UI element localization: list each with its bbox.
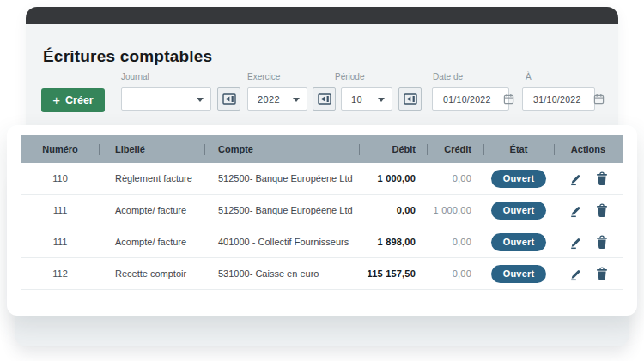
table-row: 111 Acompte/ facture 401000 - Collectif … xyxy=(21,226,623,258)
column-header-debit: Débit xyxy=(359,144,427,154)
cell-compte: 512500- Banque Européene Ltd xyxy=(204,173,359,184)
column-header-etat: État xyxy=(483,144,554,154)
cell-libelle: Règlement facture xyxy=(99,173,204,184)
cell-credit: 0,00 xyxy=(427,237,483,247)
delete-button[interactable] xyxy=(595,235,609,250)
trash-icon xyxy=(595,203,609,218)
cell-numero: 112 xyxy=(21,268,99,279)
trash-icon xyxy=(595,235,609,250)
cell-compte: 512500- Banque Européene Ltd xyxy=(204,205,359,215)
cell-libelle: Acompte/ facture xyxy=(99,237,204,247)
create-button[interactable]: + Créer xyxy=(41,88,105,112)
periode-select[interactable]: 10 xyxy=(341,87,392,111)
column-header-actions: Actions xyxy=(554,144,623,154)
exercice-lookup-button[interactable] xyxy=(313,87,336,111)
lookup-window-icon xyxy=(222,93,236,105)
cell-numero: 111 xyxy=(21,205,99,215)
date-from-field[interactable] xyxy=(432,87,509,111)
cell-debit: 1 000,00 xyxy=(359,173,427,184)
cell-debit: 1 898,00 xyxy=(359,237,427,247)
status-badge: Ouvert xyxy=(491,265,547,283)
edit-button[interactable] xyxy=(568,171,583,186)
cell-credit: 0,00 xyxy=(427,173,483,184)
date-to-input[interactable] xyxy=(533,94,586,105)
journal-label: Journal xyxy=(121,72,149,81)
cell-debit: 0,00 xyxy=(359,205,427,215)
date-to-label: À xyxy=(526,72,532,81)
page-title: Écritures comptables xyxy=(43,47,212,66)
exercice-select-value: 2022 xyxy=(258,94,280,105)
periode-label: Période xyxy=(335,72,364,81)
cell-compte: 401000 - Collectif Fournisseurs xyxy=(204,237,359,247)
chevron-down-icon xyxy=(293,98,300,102)
calendar-icon[interactable] xyxy=(503,93,514,105)
cell-compte: 531000- Caisse en euro xyxy=(204,268,359,279)
plus-icon: + xyxy=(52,93,60,106)
trash-icon xyxy=(595,267,609,281)
edit-button[interactable] xyxy=(568,235,583,250)
lookup-window-icon xyxy=(318,93,331,105)
date-to-field[interactable] xyxy=(522,87,595,111)
pencil-icon xyxy=(568,203,583,218)
pencil-icon xyxy=(568,171,583,186)
entries-table-card: Numéro Libellé Compte Débit Crédit État … xyxy=(7,125,637,316)
delete-button[interactable] xyxy=(595,171,609,186)
window-titlebar xyxy=(26,7,618,24)
periode-lookup-button[interactable] xyxy=(398,87,422,111)
pencil-icon xyxy=(568,267,583,281)
edit-button[interactable] xyxy=(568,267,583,281)
exercice-label: Exercice xyxy=(247,72,280,81)
cell-credit: 1 000,00 xyxy=(427,205,483,215)
cell-numero: 111 xyxy=(21,237,99,247)
journal-select[interactable] xyxy=(121,87,211,111)
cell-debit: 115 157,50 xyxy=(359,268,427,279)
column-header-libelle: Libellé xyxy=(99,144,204,154)
status-badge: Ouvert xyxy=(491,202,547,220)
table-row: 111 Acompte/ facture 512500- Banque Euro… xyxy=(21,195,623,226)
table-row: 112 Recette comptoir 531000- Caisse en e… xyxy=(21,258,623,290)
chevron-down-icon xyxy=(197,98,204,102)
date-from-input[interactable] xyxy=(443,94,496,105)
cell-libelle: Acompte/ facture xyxy=(99,205,204,215)
column-header-compte: Compte xyxy=(204,144,359,154)
delete-button[interactable] xyxy=(595,267,609,281)
periode-select-value: 10 xyxy=(351,94,362,105)
table-row: 110 Règlement facture 512500- Banque Eur… xyxy=(21,163,623,195)
status-badge: Ouvert xyxy=(491,233,547,251)
date-from-label: Date de xyxy=(433,72,463,81)
table-header: Numéro Libellé Compte Débit Crédit État … xyxy=(21,135,623,163)
create-button-label: Créer xyxy=(65,94,94,106)
cell-numero: 110 xyxy=(21,173,99,184)
column-header-numero: Numéro xyxy=(21,144,99,154)
lookup-window-icon xyxy=(404,93,417,105)
pencil-icon xyxy=(568,235,583,250)
delete-button[interactable] xyxy=(595,203,609,218)
journal-lookup-button[interactable] xyxy=(217,87,240,111)
cell-credit: 0,00 xyxy=(427,268,483,279)
calendar-icon[interactable] xyxy=(593,93,605,105)
cell-libelle: Recette comptoir xyxy=(99,268,204,279)
trash-icon xyxy=(595,171,609,186)
exercice-select[interactable]: 2022 xyxy=(247,87,307,111)
status-badge: Ouvert xyxy=(491,170,547,188)
column-header-credit: Crédit xyxy=(427,144,483,154)
table-body: 110 Règlement facture 512500- Banque Eur… xyxy=(21,163,623,290)
chevron-down-icon xyxy=(378,98,385,102)
edit-button[interactable] xyxy=(568,203,583,218)
